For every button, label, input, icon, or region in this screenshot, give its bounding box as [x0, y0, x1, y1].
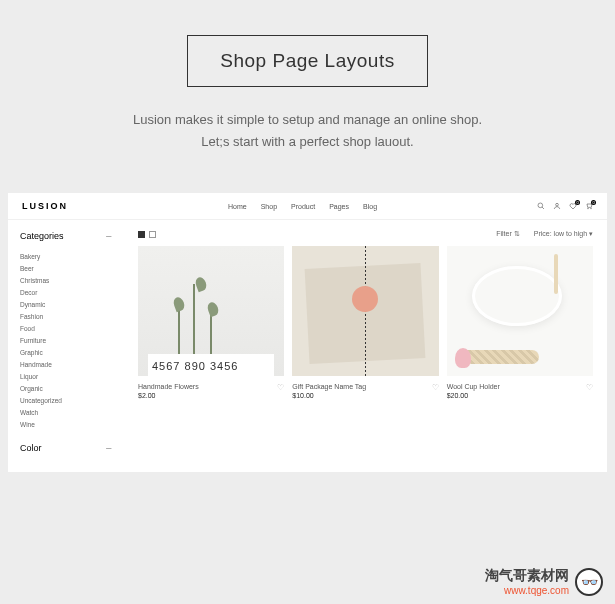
grid-view-icon[interactable] — [138, 231, 145, 238]
cat-item[interactable]: Uncategorized — [20, 394, 112, 406]
sort-dropdown[interactable]: Price: low to high ▾ — [534, 230, 593, 238]
cat-item[interactable]: Food — [20, 322, 112, 334]
wishlist-badge: 0 — [575, 200, 580, 205]
page-title: Shop Page Layouts — [187, 35, 427, 87]
shop-preview: LUSION Home Shop Product Pages Blog 0 0 … — [8, 193, 607, 472]
cat-item[interactable]: Dynamic — [20, 298, 112, 310]
cart-badge: 0 — [591, 200, 596, 205]
nav-pages[interactable]: Pages — [329, 203, 349, 210]
svg-point-2 — [556, 204, 559, 207]
product-name: Gift Package Name Tag — [292, 383, 366, 390]
cat-item[interactable]: Beer — [20, 262, 112, 274]
main-nav: Home Shop Product Pages Blog — [68, 203, 537, 210]
heart-icon[interactable]: ♡ — [277, 383, 284, 392]
cat-item[interactable]: Wine — [20, 418, 112, 430]
product-card[interactable]: Gift Package Name Tag $10.00 ♡ — [292, 246, 438, 399]
cat-item[interactable]: Graphic — [20, 346, 112, 358]
cat-item[interactable]: Furniture — [20, 334, 112, 346]
svg-line-1 — [542, 207, 544, 209]
categories-list: Bakery Beer Christmas Decor Dynamic Fash… — [20, 250, 112, 430]
nav-shop[interactable]: Shop — [261, 203, 277, 210]
watermark: 淘气哥素材网 www.tqge.com 👓 — [485, 567, 603, 596]
logo[interactable]: LUSION — [22, 201, 68, 211]
svg-point-0 — [538, 203, 543, 208]
collapse-icon: − — [106, 442, 112, 454]
product-card[interactable]: Wool Cup Holder $20.00 ♡ — [447, 246, 593, 399]
sidebar: Categories − Bakery Beer Christmas Decor… — [8, 220, 124, 472]
cat-item[interactable]: Handmade — [20, 358, 112, 370]
cat-item[interactable]: Fashion — [20, 310, 112, 322]
nav-blog[interactable]: Blog — [363, 203, 377, 210]
watermark-title: 淘气哥素材网 — [485, 567, 569, 585]
product-image — [138, 246, 284, 376]
collapse-icon: − — [106, 230, 112, 242]
categories-header[interactable]: Categories − — [20, 230, 112, 242]
nav-home[interactable]: Home — [228, 203, 247, 210]
cat-item[interactable]: Liquor — [20, 370, 112, 382]
color-title: Color — [20, 443, 42, 453]
cat-item[interactable]: Bakery — [20, 250, 112, 262]
list-view-icon[interactable] — [149, 231, 156, 238]
svg-point-3 — [588, 209, 589, 210]
subtitle-line2: Let;s start with a perfect shop lauout. — [0, 131, 615, 153]
wishlist-icon[interactable]: 0 — [569, 202, 577, 210]
cart-icon[interactable]: 0 — [585, 202, 593, 210]
cat-item[interactable]: Decor — [20, 286, 112, 298]
product-price: $20.00 — [447, 392, 500, 399]
product-price: $2.00 — [138, 392, 199, 399]
product-name: Wool Cup Holder — [447, 383, 500, 390]
topbar: LUSION Home Shop Product Pages Blog 0 0 — [8, 193, 607, 220]
watermark-logo-icon: 👓 — [575, 568, 603, 596]
svg-point-4 — [591, 209, 592, 210]
nav-product[interactable]: Product — [291, 203, 315, 210]
filter-button[interactable]: Filter ⇅ — [496, 230, 520, 238]
user-icon[interactable] — [553, 202, 561, 210]
product-card[interactable]: Handmade Flowers $2.00 ♡ — [138, 246, 284, 399]
product-image — [447, 246, 593, 376]
heart-icon[interactable]: ♡ — [586, 383, 593, 392]
product-price: $10.00 — [292, 392, 366, 399]
toolbar: Filter ⇅ Price: low to high ▾ — [138, 230, 593, 238]
categories-title: Categories — [20, 231, 64, 241]
product-image — [292, 246, 438, 376]
search-icon[interactable] — [537, 202, 545, 210]
main-content: Filter ⇅ Price: low to high ▾ Handmade F… — [124, 220, 607, 472]
cat-item[interactable]: Organic — [20, 382, 112, 394]
watermark-url: www.tqge.com — [485, 585, 569, 596]
subtitle-line1: Lusion makes it simple to setup and mana… — [0, 109, 615, 131]
cat-item[interactable]: Christmas — [20, 274, 112, 286]
product-name: Handmade Flowers — [138, 383, 199, 390]
heart-icon[interactable]: ♡ — [432, 383, 439, 392]
color-header[interactable]: Color − — [20, 442, 112, 454]
cat-item[interactable]: Watch — [20, 406, 112, 418]
